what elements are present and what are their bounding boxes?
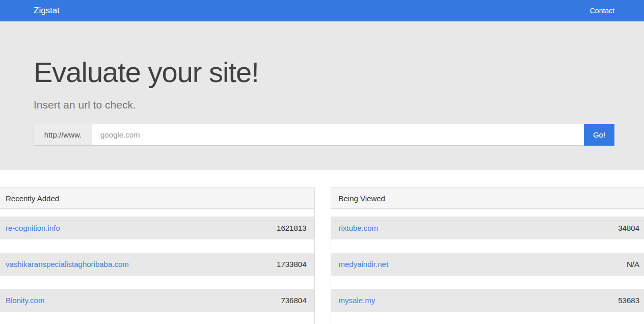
site-link[interactable]: re-cognition.info bbox=[6, 224, 60, 232]
table-row: vashikaranspecialistaghoribaba.com 17338… bbox=[0, 253, 314, 276]
table-row: re-cognition.info 1621813 bbox=[0, 217, 314, 239]
contact-link[interactable]: Contact bbox=[590, 7, 614, 15]
row-spacer bbox=[331, 239, 644, 253]
recently-added-panel: Recently Added re-cognition.info 1621813… bbox=[0, 187, 315, 324]
row-spacer bbox=[0, 209, 314, 217]
site-value: N/A bbox=[627, 260, 639, 268]
url-prefix-addon: http://www. bbox=[34, 124, 92, 146]
site-value: 34804 bbox=[618, 224, 639, 232]
hero-subtitle: Insert an url to check. bbox=[34, 99, 614, 111]
site-value: 53683 bbox=[618, 296, 639, 305]
site-link[interactable]: medyaindir.net bbox=[339, 260, 389, 268]
row-spacer bbox=[331, 209, 644, 217]
table-row: rixtube.com 34804 bbox=[331, 217, 644, 239]
row-spacer bbox=[331, 276, 644, 289]
page-title: Evaluate your site! bbox=[34, 56, 614, 89]
being-viewed-panel: Being Viewed rixtube.com 34804 medyaindi… bbox=[331, 187, 644, 324]
stats-panels: Recently Added re-cognition.info 1621813… bbox=[0, 187, 644, 324]
site-value: 1621813 bbox=[277, 224, 306, 232]
site-link[interactable]: mysale.my bbox=[339, 296, 375, 305]
site-value: 736804 bbox=[281, 296, 306, 305]
row-spacer bbox=[0, 312, 314, 324]
go-button[interactable]: Go! bbox=[584, 124, 614, 146]
panel-title: Recently Added bbox=[0, 188, 314, 209]
hero-section: Evaluate your site! Insert an url to che… bbox=[0, 21, 644, 170]
site-value: 1733804 bbox=[277, 260, 306, 268]
table-row: medyaindir.net N/A bbox=[331, 253, 644, 276]
url-input-group: http://www. Go! bbox=[34, 124, 614, 146]
panel-body: re-cognition.info 1621813 vashikaranspec… bbox=[0, 209, 314, 324]
table-row: Blonity.com 736804 bbox=[0, 289, 314, 312]
row-spacer bbox=[0, 239, 314, 253]
row-spacer bbox=[331, 312, 644, 324]
site-link[interactable]: vashikaranspecialistaghoribaba.com bbox=[6, 260, 129, 268]
top-navbar: Zigstat Contact bbox=[0, 0, 644, 21]
brand-logo[interactable]: Zigstat bbox=[34, 6, 60, 16]
url-input[interactable] bbox=[92, 124, 584, 146]
panel-body: rixtube.com 34804 medyaindir.net N/A mys… bbox=[331, 209, 644, 324]
site-link[interactable]: Blonity.com bbox=[6, 296, 44, 305]
row-spacer bbox=[0, 276, 314, 289]
site-link[interactable]: rixtube.com bbox=[339, 224, 379, 232]
table-row: mysale.my 53683 bbox=[331, 289, 644, 312]
panel-title: Being Viewed bbox=[331, 188, 644, 209]
